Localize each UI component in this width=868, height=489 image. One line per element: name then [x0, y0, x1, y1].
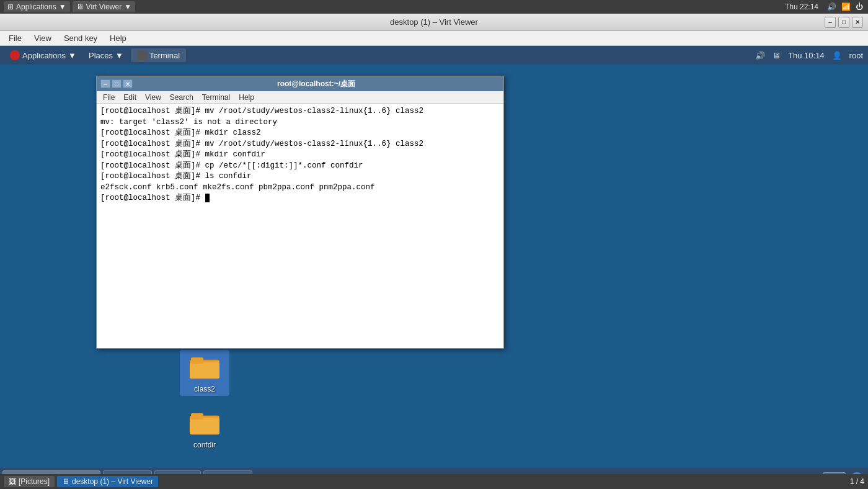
- terminal-content[interactable]: [root@localhost 桌面]# mv /root/study/west…: [97, 104, 503, 348]
- terminal-tab-label: Terminal: [149, 51, 180, 60]
- network-icon[interactable]: 📶: [841, 2, 851, 11]
- terminal-line-4: [root@localhost 桌面]# mv /root/study/west…: [100, 139, 500, 150]
- host-bottombar: 🖼 [Pictures] 🖥 desktop (1) – Virt Viewer…: [0, 474, 868, 489]
- pictures-icon: 🖼: [9, 477, 16, 486]
- view-menu[interactable]: View: [29, 32, 56, 44]
- display-icon[interactable]: 🖥: [773, 51, 781, 60]
- virt-viewer-title: desktop (1) – Virt Viewer: [5, 17, 863, 27]
- host-status-icons: 🔊 📶 ⏻: [827, 2, 863, 11]
- desktop-viewer-label: desktop (1) – Virt Viewer: [72, 477, 153, 486]
- terminal-line-6: [root@localhost 桌面]# cp /etc/*[[:digit:]…: [100, 161, 500, 172]
- confdir-folder-svg: [190, 411, 219, 436]
- class2-folder-img: [190, 352, 219, 382]
- class2-folder-svg: [190, 355, 219, 380]
- virt-viewer-window: desktop (1) – Virt Viewer – □ ✕ File Vie…: [0, 14, 868, 489]
- terminal-line-3: [root@localhost 桌面]# mkdir class2: [100, 128, 500, 139]
- terminal-line-8: e2fsck.conf krb5.conf mke2fs.conf pbm2pp…: [100, 182, 500, 194]
- desktop-icon-class2[interactable]: class2: [180, 350, 229, 396]
- guest-panel: Applications ▼ Places ▼ Terminal 🔊 🖥 Thu…: [0, 46, 868, 65]
- host-page-indicator: 1 / 4: [850, 477, 864, 486]
- host-bottom-desktop-viewer[interactable]: 🖥 desktop (1) – Virt Viewer: [57, 476, 158, 487]
- host-bottom-right: 1 / 4: [850, 477, 864, 486]
- terminal-line-1: [root@localhost 桌面]# mv /root/study/west…: [100, 106, 500, 117]
- terminal-tab-icon: [137, 50, 147, 60]
- virt-window-controls: – □ ✕: [825, 17, 863, 28]
- file-menu[interactable]: File: [4, 32, 27, 44]
- volume-panel-icon[interactable]: 🔊: [755, 51, 765, 60]
- send-key-menu[interactable]: Send key: [59, 32, 102, 44]
- fedora-icon: [10, 50, 20, 60]
- virt-viewer-titlebar: desktop (1) – Virt Viewer – □ ✕: [0, 14, 868, 31]
- guest-user-icon: 👤: [832, 51, 842, 60]
- applications-label: Applications: [16, 2, 56, 11]
- host-virt-viewer-menu[interactable]: 🖥 Virt Viewer ▼: [73, 1, 135, 12]
- term-edit-menu[interactable]: Edit: [120, 92, 140, 102]
- guest-panel-right: 🔊 🖥 Thu 10:14 👤 root: [755, 51, 863, 60]
- terminal-maximize-btn[interactable]: □: [112, 79, 122, 88]
- terminal-controls: – □ ✕: [100, 79, 133, 88]
- confdir-folder-img: [190, 408, 219, 438]
- virt-viewer-icon: 🖥: [76, 2, 84, 11]
- svg-rect-22: [190, 418, 219, 434]
- host-applications-menu[interactable]: ⊞ Applications ▼: [4, 1, 70, 12]
- terminal-cursor: [205, 194, 210, 202]
- svg-rect-18: [190, 362, 219, 379]
- power-icon[interactable]: ⏻: [856, 2, 863, 11]
- terminal-minimize-btn[interactable]: –: [100, 79, 110, 88]
- term-terminal-menu[interactable]: Terminal: [198, 92, 234, 102]
- terminal-window: – □ ✕ root@localhost:~/桌面 File Edit View…: [96, 76, 504, 349]
- applications-chevron: ▼: [68, 51, 76, 60]
- guest-user-label: root: [849, 51, 863, 60]
- term-search-menu[interactable]: Search: [166, 92, 197, 102]
- guest-time: Thu 10:14: [788, 51, 825, 60]
- maximize-button[interactable]: □: [838, 17, 849, 28]
- terminal-line-7: [root@localhost 桌面]# ls confdir: [100, 171, 500, 182]
- volume-icon[interactable]: 🔊: [827, 2, 836, 11]
- class2-icon-label: class2: [194, 385, 215, 393]
- confdir-icon-label: confdir: [193, 441, 216, 449]
- host-topbar: ⊞ Applications ▼ 🖥 Virt Viewer ▼ Thu 22:…: [0, 0, 868, 14]
- svg-rect-19: [191, 357, 203, 364]
- help-menu[interactable]: Help: [105, 32, 131, 44]
- chevron-down-icon2: ▼: [124, 2, 131, 11]
- guest-panel-left: Applications ▼ Places ▼ Terminal: [5, 48, 186, 62]
- guest-applications-label: Applications: [22, 51, 66, 60]
- guest-applications-btn[interactable]: Applications ▼: [5, 48, 81, 62]
- terminal-line-5: [root@localhost 桌面]# mkdir confdir: [100, 150, 500, 161]
- pictures-label: [Pictures]: [19, 477, 50, 486]
- desktop-icon-confdir[interactable]: confdir: [180, 406, 229, 452]
- guest-desktop-area: Applications ▼ Places ▼ Terminal 🔊 🖥 Thu…: [0, 46, 868, 489]
- minimize-button[interactable]: –: [825, 17, 836, 28]
- terminal-line-9: [root@localhost 桌面]#: [100, 193, 500, 204]
- svg-rect-23: [191, 413, 203, 419]
- term-view-menu[interactable]: View: [141, 92, 165, 102]
- desktop-viewer-icon: 🖥: [62, 477, 69, 486]
- guest-places-btn[interactable]: Places ▼: [84, 49, 128, 62]
- term-file-menu[interactable]: File: [99, 92, 118, 102]
- virt-viewer-label: Virt Viewer: [86, 2, 122, 11]
- host-bottom-pictures[interactable]: 🖼 [Pictures]: [4, 476, 55, 487]
- virt-viewer-menubar: File View Send key Help: [0, 31, 868, 46]
- terminal-line-2: mv: target 'class2' is not a directory: [100, 117, 500, 128]
- chevron-down-icon: ▼: [59, 2, 66, 11]
- guest-terminal-tab[interactable]: Terminal: [131, 48, 186, 62]
- term-help-menu[interactable]: Help: [235, 92, 258, 102]
- terminal-close-btn[interactable]: ✕: [123, 79, 133, 88]
- terminal-menubar: File Edit View Search Terminal Help: [97, 91, 503, 104]
- guest-places-label: Places: [89, 51, 113, 60]
- places-chevron: ▼: [115, 51, 123, 60]
- terminal-titlebar: – □ ✕ root@localhost:~/桌面: [97, 76, 503, 91]
- close-button[interactable]: ✕: [852, 17, 863, 28]
- terminal-title: root@localhost:~/桌面: [133, 79, 500, 89]
- host-time: Thu 22:14: [785, 2, 818, 11]
- applications-icon: ⊞: [7, 2, 14, 11]
